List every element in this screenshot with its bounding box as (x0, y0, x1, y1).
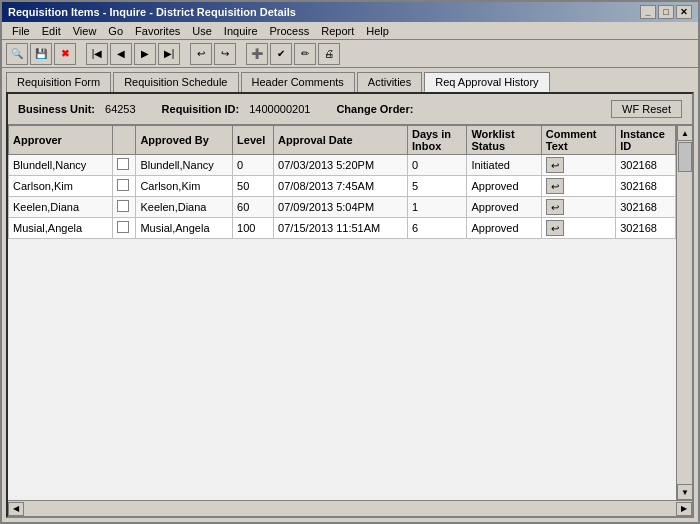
cell-instance-id: 302168 (616, 176, 676, 197)
cell-checkbox (113, 155, 136, 176)
comment-icon[interactable]: ↩ (546, 178, 564, 194)
checkbox-icon[interactable] (117, 179, 129, 191)
checkbox-icon[interactable] (117, 158, 129, 170)
cell-level: 0 (233, 155, 274, 176)
tab-req-approval-history[interactable]: Req Approval History (424, 72, 549, 92)
tab-header-comments[interactable]: Header Comments (241, 72, 355, 92)
info-bar: Business Unit: 64253 Requisition ID: 140… (8, 94, 692, 125)
checkbox-icon[interactable] (117, 200, 129, 212)
cell-checkbox (113, 176, 136, 197)
cell-level: 60 (233, 197, 274, 218)
toolbar-print[interactable]: 🖨 (318, 43, 340, 65)
toolbar-save[interactable]: 💾 (30, 43, 52, 65)
toolbar-forward[interactable]: ↪ (214, 43, 236, 65)
scroll-h-track (24, 502, 676, 516)
window-controls: _ □ ✕ (640, 5, 692, 19)
tab-bar: Requisition Form Requisition Schedule He… (2, 68, 698, 92)
cell-days-in-inbox: 5 (407, 176, 467, 197)
cell-approval-date: 07/08/2013 7:45AM (274, 176, 408, 197)
toolbar-search[interactable]: 🔍 (6, 43, 28, 65)
cell-comment: ↩ (541, 155, 615, 176)
menu-file[interactable]: File (6, 24, 36, 38)
scroll-track (677, 141, 692, 484)
menu-favorites[interactable]: Favorites (129, 24, 186, 38)
cell-worklist-status: Approved (467, 218, 541, 239)
checkbox-icon[interactable] (117, 221, 129, 233)
close-button[interactable]: ✕ (676, 5, 692, 19)
table-row: Carlson,KimCarlson,Kim5007/08/2013 7:45A… (9, 176, 676, 197)
cell-comment: ↩ (541, 176, 615, 197)
col-checkbox (113, 126, 136, 155)
col-instance-id: InstanceID (616, 126, 676, 155)
menu-view[interactable]: View (67, 24, 103, 38)
horizontal-scrollbar[interactable]: ◀ ▶ (8, 500, 692, 516)
menu-bar: File Edit View Go Favorites Use Inquire … (2, 22, 698, 40)
table-row: Blundell,NancyBlundell,Nancy007/03/2013 … (9, 155, 676, 176)
window-title: Requisition Items - Inquire - District R… (8, 6, 296, 18)
menu-report[interactable]: Report (315, 24, 360, 38)
scroll-right-button[interactable]: ▶ (676, 502, 692, 516)
tab-requisition-form[interactable]: Requisition Form (6, 72, 111, 92)
toolbar-back[interactable]: ↩ (190, 43, 212, 65)
main-window: Requisition Items - Inquire - District R… (0, 0, 700, 524)
toolbar-check[interactable]: ✔ (270, 43, 292, 65)
title-bar: Requisition Items - Inquire - District R… (2, 2, 698, 22)
table-container[interactable]: Approver Approved By Level Approval Date… (8, 125, 676, 500)
business-unit-value: 64253 (105, 103, 136, 115)
cell-instance-id: 302168 (616, 218, 676, 239)
cell-approved-by: Keelen,Diana (136, 197, 233, 218)
comment-icon[interactable]: ↩ (546, 199, 564, 215)
toolbar-edit[interactable]: ✏ (294, 43, 316, 65)
cell-approver: Keelen,Diana (9, 197, 113, 218)
tab-requisition-schedule[interactable]: Requisition Schedule (113, 72, 238, 92)
main-content: Business Unit: 64253 Requisition ID: 140… (6, 92, 694, 518)
cell-level: 100 (233, 218, 274, 239)
toolbar-next2[interactable]: ▶| (158, 43, 180, 65)
cell-comment: ↩ (541, 197, 615, 218)
toolbar-prev[interactable]: |◀ (86, 43, 108, 65)
cell-instance-id: 302168 (616, 155, 676, 176)
toolbar: 🔍 💾 ✖ |◀ ◀ ▶ ▶| ↩ ↪ ➕ ✔ ✏ 🖨 (2, 40, 698, 68)
comment-icon[interactable]: ↩ (546, 157, 564, 173)
requisition-id-label: Requisition ID: (162, 103, 240, 115)
cell-comment: ↩ (541, 218, 615, 239)
cell-checkbox (113, 197, 136, 218)
col-days-in-inbox: Days inInbox (407, 126, 467, 155)
vertical-scrollbar[interactable]: ▲ ▼ (676, 125, 692, 500)
cell-approval-date: 07/15/2013 11:51AM (274, 218, 408, 239)
col-approval-date: Approval Date (274, 126, 408, 155)
minimize-button[interactable]: _ (640, 5, 656, 19)
cell-checkbox (113, 218, 136, 239)
cell-days-in-inbox: 1 (407, 197, 467, 218)
maximize-button[interactable]: □ (658, 5, 674, 19)
toolbar-next[interactable]: ▶ (134, 43, 156, 65)
cell-days-in-inbox: 6 (407, 218, 467, 239)
wf-reset-button[interactable]: WF Reset (611, 100, 682, 118)
change-order-label: Change Order: (336, 103, 413, 115)
menu-process[interactable]: Process (264, 24, 316, 38)
col-comment-text: CommentText (541, 126, 615, 155)
menu-edit[interactable]: Edit (36, 24, 67, 38)
col-worklist-status: WorklistStatus (467, 126, 541, 155)
toolbar-clear[interactable]: ✖ (54, 43, 76, 65)
menu-use[interactable]: Use (186, 24, 218, 38)
menu-inquire[interactable]: Inquire (218, 24, 264, 38)
cell-approved-by: Carlson,Kim (136, 176, 233, 197)
business-unit-label: Business Unit: (18, 103, 95, 115)
menu-help[interactable]: Help (360, 24, 395, 38)
col-approver: Approver (9, 126, 113, 155)
toolbar-prev2[interactable]: ◀ (110, 43, 132, 65)
tab-activities[interactable]: Activities (357, 72, 422, 92)
cell-instance-id: 302168 (616, 197, 676, 218)
menu-go[interactable]: Go (102, 24, 129, 38)
table-area: Approver Approved By Level Approval Date… (8, 125, 692, 500)
cell-approval-date: 07/09/2013 5:04PM (274, 197, 408, 218)
comment-icon[interactable]: ↩ (546, 220, 564, 236)
table-row: Musial,AngelaMusial,Angela10007/15/2013 … (9, 218, 676, 239)
scroll-down-button[interactable]: ▼ (677, 484, 692, 500)
toolbar-add[interactable]: ➕ (246, 43, 268, 65)
scroll-thumb[interactable] (678, 142, 692, 172)
scroll-up-button[interactable]: ▲ (677, 125, 692, 141)
scroll-left-button[interactable]: ◀ (8, 502, 24, 516)
cell-worklist-status: Initiated (467, 155, 541, 176)
